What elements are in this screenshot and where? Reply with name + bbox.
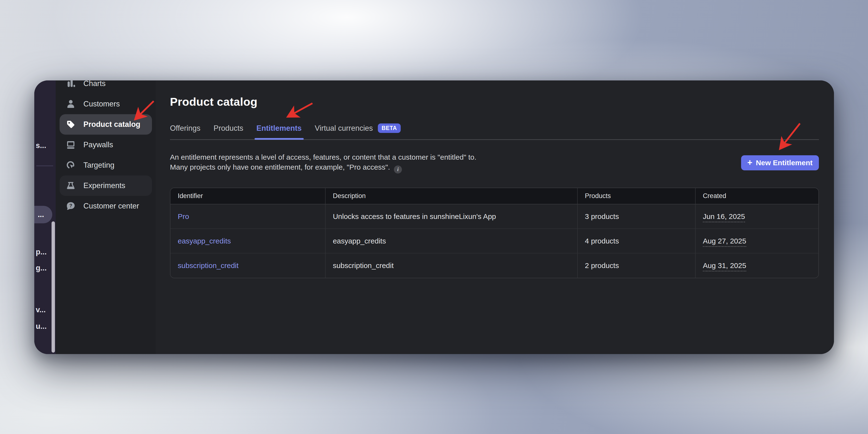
sidebar-item-customer-center[interactable]: ? Customer center xyxy=(60,196,152,216)
rail-item-selected[interactable]: ... xyxy=(34,206,52,223)
rail-divider xyxy=(36,165,53,166)
sidebar-item-label: Experiments xyxy=(83,181,125,190)
sidebar-item-charts[interactable]: Charts xyxy=(60,80,152,94)
tab-entitlements[interactable]: Entitlements xyxy=(256,124,302,133)
sidebar-item-product-catalog[interactable]: Product catalog xyxy=(60,114,152,135)
column-header-description: Description xyxy=(325,188,578,204)
entitlements-table: Identifier Description Products Created … xyxy=(170,188,819,278)
sidebar-item-label: Customer center xyxy=(83,202,139,210)
scrollbar[interactable] xyxy=(52,221,55,353)
table-row[interactable]: easyapp_credits easyapp_credits 4 produc… xyxy=(170,229,818,253)
tab-products[interactable]: Products xyxy=(214,124,243,133)
cell-products: 3 products xyxy=(578,204,695,229)
svg-text:?: ? xyxy=(69,203,72,208)
experiments-icon xyxy=(65,180,76,191)
plus-icon: + xyxy=(747,158,752,167)
entitlement-link[interactable]: Pro xyxy=(178,212,189,221)
sidebar-item-targeting[interactable]: Targeting xyxy=(60,155,152,175)
product-catalog-icon xyxy=(65,119,76,130)
table-row[interactable]: Pro Unlocks access to features in sunshi… xyxy=(170,204,818,229)
column-header-products: Products xyxy=(578,188,695,204)
table-header-row: Identifier Description Products Created xyxy=(170,188,818,204)
collapsed-rail: s... ... p... g... v... u... xyxy=(34,80,56,354)
tab-virtual-currencies[interactable]: Virtual currencies xyxy=(315,124,373,133)
sidebar-item-label: Targeting xyxy=(83,161,115,170)
sidebar-item-label: Product catalog xyxy=(83,120,140,129)
app-window: s... ... p... g... v... u... Charts xyxy=(34,80,834,354)
cell-created: Aug 27, 2025 xyxy=(703,237,746,247)
rail-item-truncated[interactable]: v... xyxy=(36,305,46,314)
sidebar-item-label: Charts xyxy=(83,80,105,88)
sidebar-item-customers[interactable]: Customers xyxy=(60,94,152,114)
charts-icon xyxy=(65,80,76,89)
rail-item-truncated[interactable]: u... xyxy=(36,322,47,331)
table-row[interactable]: subscription_credit subscription_credit … xyxy=(170,253,818,278)
cell-description: easyapp_credits xyxy=(325,229,578,253)
page-title: Product catalog xyxy=(170,95,819,108)
rail-item-truncated[interactable]: p... xyxy=(36,247,47,256)
cell-products: 2 products xyxy=(578,253,695,278)
column-header-identifier: Identifier xyxy=(170,188,325,204)
tab-bar: Offerings Products Entitlements Virtual … xyxy=(170,124,819,140)
entitlement-description: An entitlement represents a level of acc… xyxy=(170,152,476,173)
new-entitlement-button[interactable]: + New Entitlement xyxy=(741,155,819,170)
sidebar-item-label: Customers xyxy=(83,100,120,108)
paywalls-icon xyxy=(65,139,76,150)
tab-offerings[interactable]: Offerings xyxy=(170,124,200,133)
main-content: Product catalog Offerings Products Entit… xyxy=(156,80,834,354)
cell-description: subscription_credit xyxy=(325,253,578,278)
customers-icon xyxy=(65,99,76,109)
customer-center-icon: ? xyxy=(65,201,76,211)
sidebar-item-experiments[interactable]: Experiments xyxy=(60,175,152,196)
cell-description: Unlocks access to features in sunshineLi… xyxy=(325,204,578,229)
cell-created: Aug 31, 2025 xyxy=(703,262,746,271)
sidebar-item-label: Paywalls xyxy=(83,140,113,149)
sidebar-item-paywalls[interactable]: Paywalls xyxy=(60,135,152,155)
column-header-created: Created xyxy=(695,188,818,204)
rail-item-truncated[interactable]: g... xyxy=(36,264,47,272)
sidebar: Charts Customers Product catalog xyxy=(56,80,156,354)
rail-item-truncated[interactable]: s... xyxy=(36,141,46,150)
desktop-background: s... ... p... g... v... u... Charts xyxy=(0,0,868,434)
beta-badge: BETA xyxy=(378,124,401,133)
entitlement-link[interactable]: subscription_credit xyxy=(178,262,239,269)
entitlement-link[interactable]: easyapp_credits xyxy=(178,237,231,245)
cell-created: Jun 16, 2025 xyxy=(703,212,745,222)
targeting-icon xyxy=(65,160,76,171)
rail-item-label: ... xyxy=(38,210,44,219)
cell-products: 4 products xyxy=(578,229,695,253)
info-icon[interactable]: i xyxy=(394,165,402,173)
